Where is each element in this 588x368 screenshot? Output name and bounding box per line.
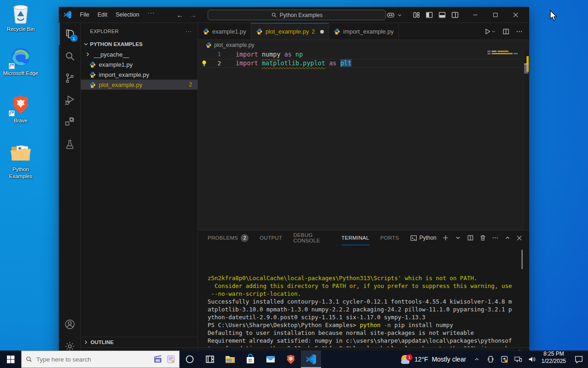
terminal-dropdown-button[interactable]: [455, 235, 461, 241]
code-editor[interactable]: 1import numpy as np2import matplotlib.py…: [198, 50, 529, 230]
panel-tab-label: PORTS: [380, 235, 399, 241]
customize-layout-button[interactable]: [410, 9, 423, 21]
file-tree-item[interactable]: __pycache__: [81, 49, 198, 59]
taskbar-vscode-app[interactable]: [301, 351, 321, 368]
desktop-icon-python-examples[interactable]: Python Examples: [3, 142, 39, 179]
activitybar-source-control[interactable]: [59, 67, 81, 89]
maximize-button[interactable]: [485, 7, 505, 23]
tray-expand-button[interactable]: [471, 356, 483, 362]
folder-python-icon: [10, 142, 32, 164]
file-tree-item[interactable]: import_example.py: [81, 69, 198, 80]
activitybar-extensions[interactable]: [59, 111, 81, 133]
activitybar-testing[interactable]: [59, 133, 81, 155]
folder-section-header[interactable]: PYTHON EXAMPLES: [81, 39, 198, 49]
update-status-icon[interactable]: [498, 355, 510, 363]
sidebar-section-outline[interactable]: OUTLINE: [81, 337, 198, 347]
menu-more-button[interactable]: ···: [143, 9, 159, 20]
toggle-sidebar-button[interactable]: [423, 9, 435, 21]
split-editor-button[interactable]: [503, 28, 509, 35]
taskbar-clock[interactable]: 8:25 PM 1/22/2025: [538, 351, 570, 368]
activitybar-accounts[interactable]: [59, 313, 81, 335]
terminal-scrollbar[interactable]: [521, 250, 523, 269]
file-tree-item[interactable]: example1.py: [81, 59, 198, 69]
panel-tab-output[interactable]: OUTPUT: [260, 230, 282, 245]
code-line[interactable]: 2import matplotlib.pyplot as plt: [198, 59, 529, 68]
action-center-button[interactable]: [570, 351, 588, 368]
search-highlight-news-icon[interactable]: [166, 355, 175, 364]
volume-icon[interactable]: [526, 355, 538, 363]
terminal-profile-label: Python: [419, 235, 436, 241]
maximize-panel-button[interactable]: [504, 235, 511, 241]
shortcut-arrow-icon: [9, 63, 15, 69]
menu-selection[interactable]: Selection: [112, 9, 143, 20]
search-highlight-clapper-icon[interactable]: [153, 355, 163, 364]
panel-tab-problems[interactable]: PROBLEMS2: [208, 230, 249, 245]
breadcrumb[interactable]: plot_example.py: [198, 40, 529, 50]
taskbar-cortana[interactable]: [180, 351, 200, 368]
editor-tab[interactable]: plot_example.py2: [251, 23, 329, 40]
copilot-icon[interactable]: [384, 9, 397, 21]
titlebar-right: [384, 7, 526, 23]
terminal[interactable]: z5n2kfra8p0\LocalCache\local-packages\Py…: [198, 245, 529, 347]
run-button[interactable]: [484, 28, 496, 35]
taskbar-file-explorer[interactable]: [220, 351, 240, 368]
taskbar-store[interactable]: [240, 351, 260, 368]
menu-file[interactable]: File: [76, 9, 93, 20]
editor-scrollbar[interactable]: [523, 50, 529, 230]
taskbar-brave-app[interactable]: [281, 351, 301, 368]
new-terminal-button[interactable]: [442, 235, 449, 241]
system-tray: [471, 351, 538, 368]
activitybar-search[interactable]: [59, 45, 81, 67]
desktop-icon-brave[interactable]: Brave: [3, 93, 39, 124]
shortcut-arrow-icon: [9, 110, 15, 116]
minimize-button[interactable]: [465, 7, 485, 23]
forward-arrow-icon[interactable]: →: [190, 11, 197, 19]
start-button[interactable]: [0, 351, 21, 368]
taskbar-search[interactable]: [21, 351, 180, 368]
back-arrow-icon[interactable]: ←: [176, 11, 183, 19]
taskbar-task-view[interactable]: [200, 351, 220, 368]
toggle-panel-button[interactable]: [435, 9, 448, 21]
lightbulb-icon[interactable]: [198, 60, 210, 67]
search-icon: [25, 356, 33, 363]
explorer-sidebar: EXPLORER ··· PYTHON EXAMPLES __pycache__…: [81, 23, 198, 357]
more-actions-button[interactable]: [516, 28, 523, 35]
desktop-icon-recycle-bin[interactable]: Recycle Bin: [3, 2, 39, 32]
code-text: import numpy as np: [228, 51, 303, 58]
editor-tab[interactable]: import_example.py: [329, 23, 399, 40]
toggle-secondary-sidebar-button[interactable]: [448, 9, 461, 21]
activitybar-explorer[interactable]: 1: [59, 23, 81, 45]
network-icon[interactable]: [512, 355, 524, 363]
tab-bar: example1.pyplot_example.py2import_exampl…: [198, 23, 529, 40]
panel-tab-debug-console[interactable]: DEBUG CONSOLE: [293, 230, 330, 245]
split-terminal-button[interactable]: [467, 235, 474, 241]
panel-tab-terminal[interactable]: TERMINAL: [341, 230, 369, 245]
panel-tab-ports[interactable]: PORTS: [380, 230, 399, 245]
chevron-down-icon[interactable]: [397, 12, 402, 18]
file-name: example1.py: [99, 61, 133, 68]
weather-widget[interactable]: 1 12°F Mostly clear: [394, 351, 470, 368]
explorer-more-icon[interactable]: ···: [186, 29, 192, 34]
kill-terminal-button[interactable]: [480, 235, 486, 241]
menu-edit[interactable]: Edit: [93, 9, 112, 20]
editor-tab[interactable]: example1.py: [198, 23, 251, 40]
section-label: OUTLINE: [90, 339, 113, 345]
search-text: Python Examples: [280, 12, 322, 18]
modified-dot-icon[interactable]: [320, 30, 324, 34]
taskbar-search-input[interactable]: [36, 356, 150, 363]
terminal-line: atplotlib-3.10.0 mpmath-1.3.0 numpy-2.2.…: [208, 305, 529, 313]
desktop-icon-microsoft-edge[interactable]: Microsoft Edge: [3, 46, 39, 76]
phone-link-icon[interactable]: [485, 355, 497, 363]
taskbar-mail[interactable]: [260, 351, 281, 368]
line-number: 1: [210, 51, 221, 58]
close-button[interactable]: [505, 7, 526, 23]
file-tree-item[interactable]: plot_example.py2: [81, 80, 198, 90]
command-center-search[interactable]: Python Examples: [208, 10, 386, 20]
code-line[interactable]: 1import numpy as np: [198, 50, 529, 59]
activitybar-run-debug[interactable]: [59, 89, 81, 111]
terminal-profile[interactable]: Python: [410, 235, 436, 242]
close-panel-button[interactable]: [517, 236, 522, 241]
terminal-line: Defaulting to user installation because …: [208, 329, 529, 337]
panel-more-button[interactable]: [492, 235, 498, 241]
minimap[interactable]: [486, 50, 523, 230]
